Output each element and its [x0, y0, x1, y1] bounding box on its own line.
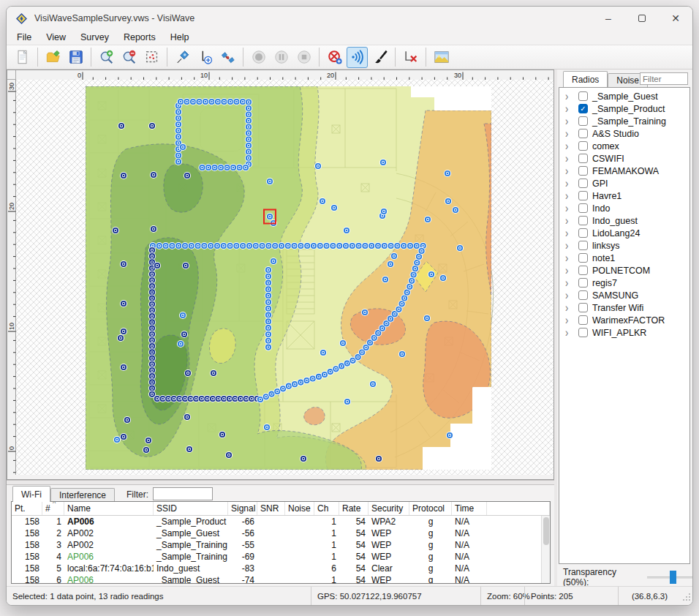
chevron-right-icon[interactable]: ›	[565, 165, 575, 177]
column-header-snr[interactable]: SNR	[257, 502, 285, 515]
chevron-right-icon[interactable]: ›	[565, 290, 575, 301]
map-canvas-holder[interactable]	[16, 80, 553, 475]
survey-point[interactable]	[342, 242, 350, 249]
survey-point[interactable]	[368, 242, 375, 249]
survey-point[interactable]	[184, 369, 192, 377]
survey-point[interactable]	[120, 260, 127, 268]
column-header-protocol[interactable]: Protocol	[409, 502, 452, 515]
chevron-right-icon[interactable]: ›	[565, 91, 575, 102]
survey-point[interactable]	[265, 279, 272, 287]
chevron-right-icon[interactable]: ›	[565, 252, 575, 264]
delete-reading-button[interactable]	[324, 47, 345, 68]
delete-path-button[interactable]	[400, 47, 421, 68]
radio-checkbox[interactable]	[578, 191, 588, 200]
image-export-button[interactable]	[431, 47, 452, 68]
survey-point[interactable]	[181, 242, 189, 249]
table-header[interactable]: Pt.#^NameSSIDSignalSNRNoiseChRateSecurit…	[12, 502, 550, 516]
survey-point[interactable]	[252, 242, 260, 249]
menu-help[interactable]: Help	[163, 31, 197, 43]
survey-point[interactable]	[162, 242, 170, 249]
readings-table[interactable]: Pt.#^NameSSIDSignalSNRNoiseChRateSecurit…	[11, 501, 551, 584]
radio-item[interactable]: › GPI	[559, 177, 689, 189]
survey-point[interactable]	[284, 242, 292, 249]
survey-point[interactable]	[227, 242, 234, 249]
survey-point[interactable]	[265, 318, 272, 325]
survey-point[interactable]	[393, 242, 401, 249]
chevron-right-icon[interactable]: ›	[565, 178, 575, 189]
survey-point[interactable]	[387, 260, 394, 268]
survey-point[interactable]	[219, 431, 226, 438]
survey-point[interactable]	[291, 242, 298, 249]
survey-point[interactable]	[118, 122, 125, 129]
survey-point[interactable]	[374, 242, 382, 249]
chevron-right-icon[interactable]: ›	[565, 277, 575, 289]
radio-checkbox[interactable]	[578, 228, 588, 238]
transparency-slider[interactable]	[647, 571, 693, 584]
survey-point[interactable]	[265, 242, 272, 249]
survey-point[interactable]	[210, 369, 217, 377]
survey-point[interactable]	[382, 276, 389, 283]
radio-item[interactable]: › FEMAMAKOWA	[559, 165, 689, 177]
radio-item[interactable]: › Transfer Wifi	[559, 301, 689, 314]
radio-item[interactable]: › LidoLang24	[559, 227, 689, 239]
table-scrollbar[interactable]	[541, 516, 550, 584]
radio-checkbox[interactable]	[578, 154, 588, 163]
survey-point[interactable]	[265, 337, 272, 345]
survey-point[interactable]	[246, 242, 253, 249]
radio-item[interactable]: › _Sample_Training	[559, 115, 689, 127]
survey-point[interactable]	[265, 331, 272, 338]
survey-point[interactable]	[198, 164, 205, 171]
survey-point[interactable]	[188, 242, 195, 249]
survey-point[interactable]	[181, 331, 188, 338]
survey-point[interactable]	[428, 271, 435, 278]
title-bar[interactable]: VisiWaveSampleSurvey.vws - VisiWave – ✕	[7, 7, 692, 30]
survey-point[interactable]	[184, 172, 191, 179]
survey-point[interactable]	[266, 213, 273, 220]
radio-item[interactable]: › CSWIFI	[559, 152, 689, 165]
table-filter-input[interactable]	[153, 487, 213, 500]
survey-point[interactable]	[452, 206, 459, 214]
column-header-security[interactable]: Security	[369, 502, 409, 515]
survey-point[interactable]	[400, 242, 407, 249]
zoom-out-button[interactable]	[118, 47, 140, 68]
survey-point[interactable]	[113, 436, 121, 443]
new-document-button[interactable]	[12, 47, 33, 68]
survey-point[interactable]	[446, 432, 453, 439]
table-row[interactable]: 1582AP002_Sample_Guest-56154WEPgN/A	[12, 527, 550, 539]
horizontal-splitter[interactable]	[7, 480, 554, 485]
survey-point[interactable]	[297, 242, 304, 249]
survey-point[interactable]	[319, 198, 326, 205]
pause-button[interactable]	[271, 47, 292, 68]
column-header-rate[interactable]: Rate	[339, 502, 369, 515]
survey-point[interactable]	[175, 242, 182, 249]
radio-checkbox[interactable]	[578, 290, 588, 300]
minimize-button[interactable]: –	[592, 7, 625, 30]
close-button[interactable]: ✕	[659, 7, 692, 30]
radio-checkbox[interactable]	[578, 91, 588, 101]
survey-point[interactable]	[330, 204, 338, 211]
survey-point[interactable]	[390, 252, 398, 260]
maximize-button[interactable]	[625, 7, 659, 30]
survey-point[interactable]	[271, 242, 279, 249]
radio-item[interactable]: › _Sample_Guest	[559, 90, 689, 102]
record-button[interactable]	[248, 47, 269, 68]
survey-point[interactable]	[154, 262, 161, 269]
survey-point[interactable]	[265, 305, 272, 312]
save-survey-button[interactable]	[65, 47, 86, 68]
chevron-right-icon[interactable]: ›	[565, 265, 575, 277]
survey-point[interactable]	[270, 258, 277, 265]
column-header-ssid[interactable]: SSID	[154, 502, 228, 515]
survey-point[interactable]	[120, 364, 127, 371]
chevron-right-icon[interactable]: ›	[565, 203, 575, 214]
menu-reports[interactable]: Reports	[116, 31, 163, 43]
radio-checkbox[interactable]	[578, 166, 588, 176]
survey-point[interactable]	[150, 225, 157, 233]
survey-point[interactable]	[361, 309, 369, 316]
survey-point[interactable]	[225, 451, 233, 459]
survey-point[interactable]	[148, 122, 156, 129]
menu-file[interactable]: File	[10, 31, 39, 43]
survey-point[interactable]	[150, 171, 157, 179]
survey-point[interactable]	[369, 380, 377, 388]
resize-grip[interactable]	[681, 587, 693, 605]
survey-point[interactable]	[265, 292, 272, 299]
